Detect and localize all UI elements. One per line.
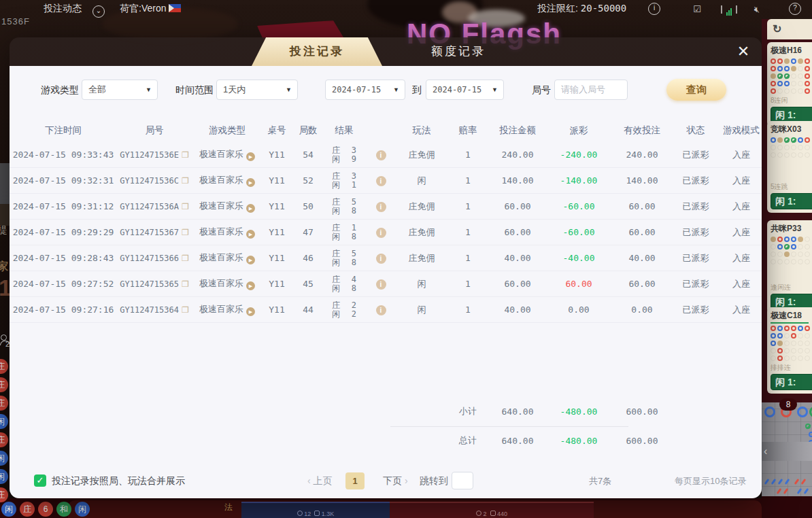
prev-page-button[interactable]: ‹ 上页: [307, 475, 333, 487]
dealer-label: 荷官:Veron: [120, 3, 181, 15]
road-panel-c18[interactable]: 极速C18 排排连 闲1:: [767, 307, 812, 394]
copy-icon[interactable]: ❐: [182, 305, 189, 315]
info-icon[interactable]: i: [376, 150, 386, 160]
road-tag: 逢闲连: [771, 283, 812, 292]
merge-checkbox-label: 投注记录按照局、玩法合并展示: [52, 475, 185, 487]
time-range-label: 时间范围: [175, 84, 214, 97]
bet-limit-label: 投注限红: 20-50000: [537, 3, 626, 15]
stream-id: 1536F: [1, 16, 30, 27]
subtotal-row: 小计 640.00 -480.00 600.00: [10, 399, 762, 424]
refresh-bar[interactable]: ↻: [767, 19, 812, 39]
merge-checkbox[interactable]: ✓: [34, 474, 46, 487]
network-signal-icon[interactable]: [721, 5, 733, 16]
info-circle-icon[interactable]: i: [648, 2, 660, 13]
bet-zones-panel: 12 1.3K 2 440: [68, 500, 762, 518]
main-roadmap-fragment: 6 ‹: [762, 402, 812, 500]
play-icon[interactable]: ▶: [246, 230, 255, 239]
info-icon[interactable]: i: [376, 305, 386, 315]
philippines-flag-icon: [169, 4, 181, 12]
tab-bet-records[interactable]: 投注记录: [252, 37, 382, 66]
info-icon[interactable]: i: [376, 279, 386, 290]
bead-grid: [771, 137, 812, 159]
seat-count-icon: 2: [0, 334, 10, 345]
time-range-select[interactable]: 1天内▼: [216, 80, 298, 100]
bead-grid: [771, 325, 812, 362]
round-no-input[interactable]: 请输入局号: [554, 80, 628, 100]
copy-icon[interactable]: ❐: [182, 279, 189, 289]
left-fragment-text: 提: [0, 224, 7, 237]
play-icon[interactable]: ▶: [246, 204, 255, 213]
streak-count-bubble: 8: [779, 398, 797, 411]
summary-divider: [390, 426, 628, 427]
copy-icon[interactable]: ❐: [182, 254, 189, 263]
caret-down-icon: ▼: [393, 80, 399, 99]
info-icon[interactable]: i: [376, 228, 386, 238]
page-size-label: 每页显示10条记录: [675, 475, 746, 487]
filter-bar: 游戏类型 全部▼ 时间范围 1天内▼ 2024-07-15▼ 到 2024-07…: [10, 80, 762, 101]
road-badge: 庄: [20, 502, 35, 517]
caret-down-icon: ▼: [286, 80, 292, 99]
play-icon[interactable]: ▶: [246, 178, 255, 187]
chevron-left-icon: ‹: [307, 475, 311, 486]
play-icon[interactable]: ▶: [246, 152, 255, 161]
chevron-down-icon[interactable]: ⌄: [92, 4, 105, 18]
road-panel-p33[interactable]: 共咪P33 逢闲连 闲1:: [767, 220, 812, 313]
copy-icon[interactable]: ❐: [182, 228, 189, 237]
topbar: 1536F 投注动态 ⌄ 荷官:Veron 投注限红: 20-50000 i ☑…: [0, 0, 812, 34]
copy-icon[interactable]: ❐: [182, 202, 189, 211]
road-banner: 闲1:: [771, 193, 812, 209]
bead-grid: [771, 58, 812, 95]
video-fragment: [0, 204, 10, 226]
next-page-button[interactable]: 下页 ›: [383, 475, 408, 487]
player-bet-zone[interactable]: 12 1.3K: [241, 502, 390, 518]
modal-header: 投注记录 额度记录 ✕: [10, 37, 762, 66]
game-type-select[interactable]: 全部▼: [82, 80, 158, 100]
video-fragment: [0, 163, 10, 204]
date-to-label: 到: [412, 84, 422, 97]
refresh-icon[interactable]: ↻: [773, 23, 781, 35]
bet-confirm-icon[interactable]: ☑: [691, 4, 703, 15]
table-row: 2024-07-15 09:31:12 GY112471536A❐ 极速百家乐▶…: [10, 194, 762, 220]
info-icon[interactable]: i: [376, 176, 386, 186]
play-icon[interactable]: ▶: [246, 281, 255, 290]
date-from-select[interactable]: 2024-07-15▼: [325, 80, 405, 100]
bet-feed-label: 投注动态: [44, 3, 82, 15]
play-icon[interactable]: ▶: [246, 307, 255, 316]
bead-grid: [771, 236, 812, 266]
zone-label-fragment: 法: [224, 502, 233, 513]
good-roads-sidebar: ↻ 极速H16 8连闲 闲1: 竞咪X03 5连跳 闲1: 共咪P33 逢闲连 …: [767, 19, 812, 404]
info-icon[interactable]: i: [376, 202, 386, 212]
info-icon[interactable]: i: [376, 254, 386, 264]
game-type-label: 游戏类型: [41, 84, 79, 97]
table-row: 2024-07-15 09:27:16 GY1124715364❐ 极速百家乐▶…: [10, 297, 762, 323]
current-page-indicator[interactable]: 1: [345, 472, 365, 489]
road-badge: 6: [38, 502, 53, 517]
chevron-right-icon: ›: [405, 475, 408, 486]
jump-to-input[interactable]: [452, 472, 473, 489]
modal-footer: ✓ 投注记录按照局、玩法合并展示 ‹ 上页 1 下页 › 跳转到 共7条 每页显…: [10, 468, 762, 494]
close-icon[interactable]: ✕: [734, 43, 752, 61]
road-tag: 8连闲: [771, 96, 812, 105]
date-to-select[interactable]: 2024-07-15▼: [426, 80, 504, 100]
speaker-muted-icon[interactable]: 🔇︎: [751, 4, 763, 15]
left-fragment-text: 家: [0, 260, 8, 274]
tab-credit-records[interactable]: 额度记录: [404, 37, 513, 66]
help-icon[interactable]: ?: [789, 2, 801, 13]
collapse-arrow[interactable]: ‹: [762, 442, 812, 461]
copy-icon[interactable]: ❐: [182, 176, 189, 186]
road-tag: 5连跳: [771, 182, 812, 192]
total-count-label: 共7条: [589, 475, 611, 487]
bet-records-modal: 投注记录 额度记录 ✕ 游戏类型 全部▼ 时间范围 1天内▼ 2024-07-1…: [10, 37, 762, 498]
road-panel-x03[interactable]: 竞咪X03 5连跳 闲1:: [767, 121, 812, 213]
road-badge: 闲: [1, 502, 16, 517]
caret-down-icon: ▼: [492, 80, 498, 99]
table-row: 2024-07-15 09:28:43 GY1124715366❐ 极速百家乐▶…: [10, 245, 762, 271]
jump-to-label: 跳转到: [420, 475, 448, 487]
caret-down-icon: ▼: [146, 80, 152, 99]
play-icon[interactable]: ▶: [246, 256, 255, 264]
copy-icon[interactable]: ❐: [182, 150, 189, 160]
banker-bet-zone[interactable]: 2 440: [390, 502, 594, 518]
table-body: 2024-07-15 09:33:43 GY112471536E❐ 极速百家乐▶…: [10, 142, 762, 323]
road-panel-h16[interactable]: 极速H16 8连闲 闲1:: [767, 42, 812, 126]
query-button[interactable]: 查询: [666, 79, 726, 101]
